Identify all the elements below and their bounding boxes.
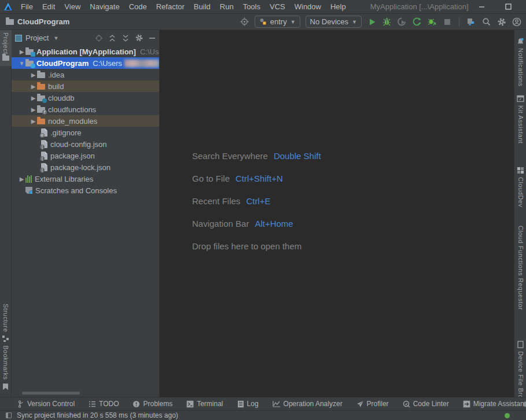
tool-button-log[interactable]: Log bbox=[237, 400, 259, 408]
problems-icon bbox=[133, 400, 140, 408]
collapse-all-icon[interactable] bbox=[122, 34, 130, 42]
tool-button-cloud-functions-requestor-label: Cloud Functions Requestor bbox=[515, 226, 526, 310]
tree-row-path: C:\Users bbox=[93, 59, 122, 68]
chevron-down-icon[interactable]: ▼ bbox=[18, 60, 25, 67]
module-selector-value: entry bbox=[270, 17, 287, 26]
breadcrumb[interactable]: CloudProgram bbox=[0, 17, 69, 26]
device-manager-icon[interactable] bbox=[466, 17, 476, 27]
chevron-down-icon[interactable]: ▼ bbox=[53, 35, 58, 41]
chevron-right-icon[interactable]: ▶ bbox=[18, 176, 25, 182]
chevron-right-icon[interactable]: ▶ bbox=[18, 49, 25, 55]
tree-row-build[interactable]: ▶ build bbox=[12, 80, 159, 92]
tool-button-terminal[interactable]: Terminal bbox=[186, 400, 223, 408]
title-bar: File Edit View Navigate Code Refactor Bu… bbox=[0, 0, 526, 14]
tree-row-clouddb[interactable]: ▶ clouddb bbox=[12, 92, 159, 104]
log-icon bbox=[237, 400, 244, 408]
tool-button-operation-analyzer[interactable]: Operation Analyzer bbox=[273, 400, 343, 408]
close-button[interactable] bbox=[522, 0, 526, 13]
menu-code[interactable]: Code bbox=[124, 0, 152, 13]
locate-run-config-icon[interactable] bbox=[240, 17, 249, 27]
menu-build[interactable]: Build bbox=[189, 0, 215, 13]
chevron-right-icon[interactable]: ▶ bbox=[30, 83, 37, 90]
tool-button-clouddev-label: CloudDev bbox=[515, 177, 526, 207]
chevron-right-icon[interactable]: ▶ bbox=[30, 72, 37, 78]
expand-all-icon[interactable] bbox=[108, 34, 116, 42]
tool-button-notifications[interactable]: Notifications bbox=[515, 35, 526, 86]
device-selector-value: No Devices bbox=[310, 17, 348, 26]
tool-button-project[interactable]: Project bbox=[0, 30, 12, 66]
tool-button-todo[interactable]: TODO bbox=[89, 400, 119, 408]
chevron-right-icon[interactable]: ▶ bbox=[30, 106, 37, 113]
search-everywhere-icon[interactable] bbox=[481, 17, 491, 27]
json-file-icon: { bbox=[41, 140, 47, 148]
project-tool-window: Project ▼ ▶ Application [MyApplication] … bbox=[12, 30, 160, 397]
menu-view[interactable]: View bbox=[60, 0, 85, 13]
hide-panel-icon[interactable] bbox=[149, 35, 156, 42]
stop-button[interactable] bbox=[442, 17, 452, 27]
tool-button-label: Terminal bbox=[197, 400, 223, 408]
horizontal-scrollbar[interactable] bbox=[22, 392, 80, 395]
account-avatar-icon[interactable] bbox=[512, 17, 521, 27]
tool-button-code-linter[interactable]: Code Linter bbox=[403, 400, 449, 408]
select-opened-file-icon[interactable] bbox=[95, 34, 103, 42]
tool-button-cloud-functions-requestor[interactable]: Cloud Functions Requestor bbox=[515, 226, 526, 310]
tree-row-cloudprogram[interactable]: ▼ CloudProgram C:\Users bbox=[12, 57, 159, 69]
folder-icon bbox=[6, 19, 14, 25]
tree-row-package-json[interactable]: { package.json bbox=[12, 150, 159, 161]
menu-tools[interactable]: Tools bbox=[238, 0, 265, 13]
menu-file[interactable]: File bbox=[16, 0, 38, 13]
tool-button-problems[interactable]: Problems bbox=[133, 400, 172, 408]
run-button[interactable] bbox=[367, 17, 377, 27]
project-panel-title[interactable]: Project bbox=[25, 34, 49, 42]
status-message[interactable]: Sync project finished in 20 s 558 ms (3 … bbox=[17, 411, 178, 419]
status-green-indicator[interactable] bbox=[505, 413, 510, 418]
tree-row-label: node_modules bbox=[48, 117, 97, 126]
tree-row-external-libraries[interactable]: ▶ External Libraries bbox=[12, 173, 159, 185]
menu-help[interactable]: Help bbox=[326, 0, 351, 13]
menu-edit[interactable]: Edit bbox=[38, 0, 60, 13]
maximize-button[interactable] bbox=[495, 0, 522, 13]
tool-button-profiler[interactable]: Profiler bbox=[356, 400, 389, 408]
tree-row-scratches[interactable]: Scratches and Consoles bbox=[12, 185, 159, 196]
tree-row-idea[interactable]: ▶ .idea bbox=[12, 69, 159, 80]
rerun-button[interactable] bbox=[412, 17, 422, 27]
menu-run[interactable]: Run bbox=[215, 0, 238, 13]
panel-settings-gear-icon[interactable] bbox=[135, 34, 144, 42]
tool-button-notifications-label: Notifications bbox=[515, 48, 526, 86]
menu-navigate[interactable]: Navigate bbox=[85, 0, 124, 13]
tool-button-structure[interactable]: Structure bbox=[0, 304, 11, 345]
attach-profiler-button[interactable] bbox=[397, 17, 407, 27]
tree-row-gitignore[interactable]: ⊘ .gitignore bbox=[12, 127, 159, 138]
toggle-tool-buttons-icon[interactable] bbox=[6, 412, 12, 418]
tool-button-migrate-assistant[interactable]: Migrate Assistant bbox=[463, 400, 526, 408]
window-title: MyApplication [...\Application] bbox=[370, 2, 469, 11]
device-selector[interactable]: No Devices ▼ bbox=[306, 16, 362, 28]
tree-row-application[interactable]: ▶ Application [MyApplication] C:\Use bbox=[12, 46, 159, 57]
json-file-icon: { bbox=[41, 163, 47, 171]
tree-row-label: clouddb bbox=[48, 94, 75, 102]
menu-window[interactable]: Window bbox=[290, 0, 326, 13]
minimize-button[interactable] bbox=[469, 0, 495, 13]
tool-button-label: Profiler bbox=[367, 400, 389, 408]
tree-row-cloudfunctions[interactable]: ▶ f cloudfunctions bbox=[12, 104, 159, 115]
overflow-tool-button-icon[interactable] bbox=[523, 402, 526, 407]
tool-button-kit-assistant[interactable]: Kit Assistant bbox=[515, 92, 526, 143]
operation-analyzer-icon bbox=[273, 400, 281, 407]
menu-vcs[interactable]: VCS bbox=[265, 0, 290, 13]
tool-button-version-control[interactable]: Version Control bbox=[17, 400, 75, 408]
tree-row-cloud-config[interactable]: { cloud-config.json bbox=[12, 138, 159, 150]
tree-row-package-lock-json[interactable]: { package-lock.json bbox=[12, 161, 159, 173]
tree-row-node-modules[interactable]: ▶ node_modules bbox=[12, 115, 159, 127]
left-tool-stripe: Project Structure Bookmarks bbox=[0, 30, 12, 397]
menu-refactor[interactable]: Refactor bbox=[152, 0, 189, 13]
settings-gear-icon[interactable] bbox=[496, 17, 506, 27]
tool-button-clouddev[interactable]: CloudDev bbox=[515, 164, 526, 207]
debug-button[interactable] bbox=[382, 17, 392, 27]
attach-debugger-button[interactable] bbox=[427, 17, 437, 27]
module-selector[interactable]: entry ▼ bbox=[255, 16, 300, 28]
tool-button-bookmarks[interactable]: Bookmarks bbox=[0, 345, 11, 393]
chevron-right-icon[interactable]: ▶ bbox=[30, 95, 37, 101]
tool-button-label: Migrate Assistant bbox=[473, 400, 526, 408]
chevron-right-icon[interactable]: ▶ bbox=[30, 118, 37, 124]
tool-button-label: Code Linter bbox=[413, 400, 449, 408]
